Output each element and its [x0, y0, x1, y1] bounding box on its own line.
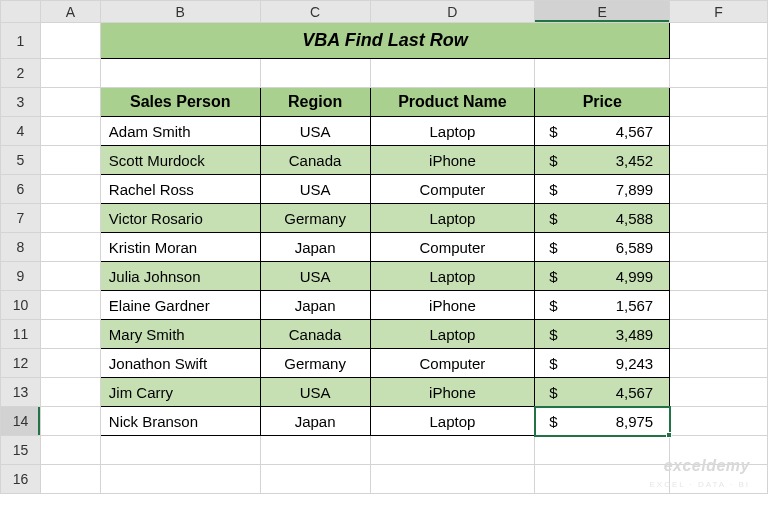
cell-B2[interactable] — [100, 59, 260, 88]
cell-A12[interactable] — [40, 349, 100, 378]
cell-A7[interactable] — [40, 204, 100, 233]
region-header[interactable]: Region — [260, 88, 370, 117]
product-name-cell[interactable]: Laptop — [370, 204, 535, 233]
cell-F10[interactable] — [670, 291, 768, 320]
cell-F15[interactable] — [670, 436, 768, 465]
product-name-cell[interactable]: Computer — [370, 175, 535, 204]
row-header-9[interactable]: 9 — [1, 262, 41, 291]
cell-A5[interactable] — [40, 146, 100, 175]
sales-person-cell[interactable]: Jim Carry — [100, 378, 260, 407]
price-cell[interactable]: $4,567 — [535, 378, 670, 407]
region-cell[interactable]: Germany — [260, 204, 370, 233]
price-cell[interactable]: $9,243 — [535, 349, 670, 378]
region-cell[interactable]: USA — [260, 175, 370, 204]
price-cell[interactable]: $7,899 — [535, 175, 670, 204]
cell-A1[interactable] — [40, 23, 100, 59]
region-cell[interactable]: USA — [260, 117, 370, 146]
product-name-cell[interactable]: Computer — [370, 233, 535, 262]
cell-F12[interactable] — [670, 349, 768, 378]
row-header-1[interactable]: 1 — [1, 23, 41, 59]
cell-A16[interactable] — [40, 465, 100, 494]
column-header-F[interactable]: F — [670, 1, 768, 23]
title-cell[interactable]: VBA Find Last Row — [100, 23, 669, 59]
cell-C15[interactable] — [260, 436, 370, 465]
column-header-D[interactable]: D — [370, 1, 535, 23]
cell-D2[interactable] — [370, 59, 535, 88]
row-header-14[interactable]: 14 — [1, 407, 41, 436]
row-header-13[interactable]: 13 — [1, 378, 41, 407]
cell-A9[interactable] — [40, 262, 100, 291]
product-name-cell[interactable]: Computer — [370, 349, 535, 378]
sales-person-cell[interactable]: Adam Smith — [100, 117, 260, 146]
cell-F8[interactable] — [670, 233, 768, 262]
sales-person-cell[interactable]: Kristin Moran — [100, 233, 260, 262]
cell-A4[interactable] — [40, 117, 100, 146]
cell-E16[interactable] — [535, 465, 670, 494]
region-cell[interactable]: Canada — [260, 320, 370, 349]
cell-F9[interactable] — [670, 262, 768, 291]
region-cell[interactable]: USA — [260, 378, 370, 407]
price-cell[interactable]: $8,975 — [535, 407, 670, 436]
price-cell[interactable]: $1,567 — [535, 291, 670, 320]
cell-C2[interactable] — [260, 59, 370, 88]
sales-person-header[interactable]: Sales Person — [100, 88, 260, 117]
row-header-8[interactable]: 8 — [1, 233, 41, 262]
product-name-cell[interactable]: iPhone — [370, 378, 535, 407]
sales-person-cell[interactable]: Scott Murdock — [100, 146, 260, 175]
price-cell[interactable]: $4,999 — [535, 262, 670, 291]
cell-F16[interactable] — [670, 465, 768, 494]
column-header-E[interactable]: E — [535, 1, 670, 23]
row-header-2[interactable]: 2 — [1, 59, 41, 88]
sales-person-cell[interactable]: Jonathon Swift — [100, 349, 260, 378]
row-header-5[interactable]: 5 — [1, 146, 41, 175]
region-cell[interactable]: USA — [260, 262, 370, 291]
cell-F3[interactable] — [670, 88, 768, 117]
row-header-12[interactable]: 12 — [1, 349, 41, 378]
price-cell[interactable]: $3,452 — [535, 146, 670, 175]
cell-E2[interactable] — [535, 59, 670, 88]
price-header[interactable]: Price — [535, 88, 670, 117]
cell-F2[interactable] — [670, 59, 768, 88]
row-header-3[interactable]: 3 — [1, 88, 41, 117]
product-name-cell[interactable]: Laptop — [370, 320, 535, 349]
cell-D15[interactable] — [370, 436, 535, 465]
price-cell[interactable]: $6,589 — [535, 233, 670, 262]
cell-F14[interactable] — [670, 407, 768, 436]
cell-A10[interactable] — [40, 291, 100, 320]
fill-handle[interactable] — [666, 432, 672, 438]
row-header-16[interactable]: 16 — [1, 465, 41, 494]
column-header-C[interactable]: C — [260, 1, 370, 23]
price-cell[interactable]: $4,567 — [535, 117, 670, 146]
cell-A11[interactable] — [40, 320, 100, 349]
product-name-header[interactable]: Product Name — [370, 88, 535, 117]
column-header-B[interactable]: B — [100, 1, 260, 23]
region-cell[interactable]: Japan — [260, 407, 370, 436]
row-header-10[interactable]: 10 — [1, 291, 41, 320]
cell-B16[interactable] — [100, 465, 260, 494]
spreadsheet-grid[interactable]: ABCDEF 1VBA Find Last Row23Sales PersonR… — [0, 0, 768, 494]
cell-A15[interactable] — [40, 436, 100, 465]
cell-F13[interactable] — [670, 378, 768, 407]
product-name-cell[interactable]: Laptop — [370, 262, 535, 291]
column-header-A[interactable]: A — [40, 1, 100, 23]
sales-person-cell[interactable]: Julia Johnson — [100, 262, 260, 291]
cell-A14[interactable] — [40, 407, 100, 436]
cell-B15[interactable] — [100, 436, 260, 465]
cell-F5[interactable] — [670, 146, 768, 175]
cell-F4[interactable] — [670, 117, 768, 146]
cell-D16[interactable] — [370, 465, 535, 494]
row-header-11[interactable]: 11 — [1, 320, 41, 349]
price-cell[interactable]: $4,588 — [535, 204, 670, 233]
cell-A13[interactable] — [40, 378, 100, 407]
product-name-cell[interactable]: iPhone — [370, 146, 535, 175]
row-header-6[interactable]: 6 — [1, 175, 41, 204]
region-cell[interactable]: Japan — [260, 291, 370, 320]
cell-F6[interactable] — [670, 175, 768, 204]
row-header-4[interactable]: 4 — [1, 117, 41, 146]
sales-person-cell[interactable]: Elaine Gardner — [100, 291, 260, 320]
region-cell[interactable]: Canada — [260, 146, 370, 175]
sales-person-cell[interactable]: Mary Smith — [100, 320, 260, 349]
product-name-cell[interactable]: Laptop — [370, 117, 535, 146]
cell-A6[interactable] — [40, 175, 100, 204]
sales-person-cell[interactable]: Nick Branson — [100, 407, 260, 436]
